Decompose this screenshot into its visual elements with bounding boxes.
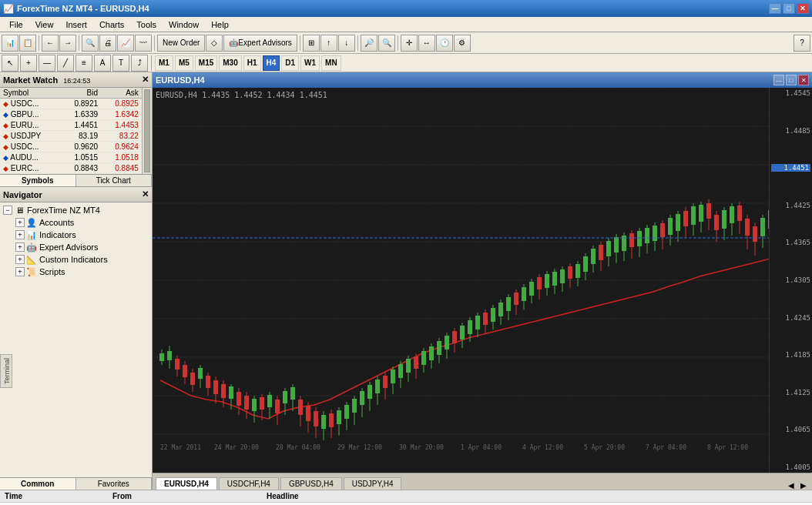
text-button[interactable]: A (94, 55, 111, 72)
mw-row[interactable]: ◆ EURU... 1.4451 1.4453 (0, 120, 142, 131)
nav-close-icon[interactable]: ✕ (142, 189, 149, 199)
crosshair2-button[interactable]: + (20, 55, 37, 72)
chart-tab-usdjpy[interactable]: USDJPY,H4 (344, 477, 402, 490)
new-order-button[interactable]: New Order (157, 35, 205, 52)
template-button[interactable]: 📋 (19, 35, 36, 52)
forward-button[interactable]: → (59, 35, 76, 52)
mw-row[interactable]: ◆ EURC... 0.8843 0.8845 (0, 163, 142, 174)
tf-w1[interactable]: W1 (300, 55, 320, 71)
zoom-out-button[interactable]: 🔍 (378, 35, 395, 52)
clock-button[interactable]: 🕐 (436, 35, 453, 52)
menu-insert[interactable]: Insert (59, 18, 93, 31)
nav-expand-custom[interactable]: + (15, 255, 25, 264)
terminal-tab[interactable]: Terminal (0, 354, 12, 388)
chart-tab-next[interactable]: ▶ (798, 481, 809, 490)
price-7: 1.4185 (771, 351, 810, 359)
tf-m1[interactable]: M1 (155, 55, 173, 71)
arrow-button[interactable]: ⤴ (131, 55, 148, 72)
options-button[interactable]: ⚙ (454, 35, 471, 52)
label-button[interactable]: T (112, 55, 129, 72)
mw-row[interactable]: ◆ GBPU... 1.6339 1.6342 (0, 109, 142, 120)
chart-tab-prev[interactable]: ◀ (786, 481, 797, 490)
autoscroll-button[interactable]: ↔ (418, 35, 435, 52)
trend-line-button[interactable]: ╱ (57, 55, 74, 72)
nav-item-indicators[interactable]: + 📊 Indicators (14, 229, 150, 241)
mw-tab-tick[interactable]: Tick Chart (76, 175, 153, 186)
history-button[interactable]: ⊞ (303, 35, 320, 52)
expert-advisors-button[interactable]: 🤖 Expert Advisors (223, 35, 297, 52)
nav-expand-expert[interactable]: + (15, 242, 25, 252)
menu-window[interactable]: Window (163, 18, 205, 31)
svg-rect-31 (237, 392, 241, 406)
nav-item-accounts[interactable]: + 👤 Accounts (14, 216, 150, 229)
nav-expand-accounts[interactable]: + (15, 218, 25, 227)
menu-tools[interactable]: Tools (130, 18, 163, 31)
nav-item-custom[interactable]: + 📐 Custom Indicators (14, 253, 150, 266)
line-button[interactable]: — (39, 55, 55, 72)
menu-charts[interactable]: Charts (93, 18, 130, 31)
maximize-button[interactable]: □ (783, 3, 795, 14)
zoom-in-chart-button[interactable]: 🔍 (82, 35, 99, 52)
nav-item-expert[interactable]: + 🤖 Expert Advisors (14, 241, 150, 253)
svg-rect-103 (514, 293, 518, 305)
close-button[interactable]: ✕ (797, 3, 809, 14)
svg-rect-105 (522, 287, 526, 301)
nav-tab-favorites[interactable]: Favorites (76, 478, 153, 490)
mw-row[interactable]: ◆ USDC... 0.9620 0.9624 (0, 142, 142, 152)
chart-maximize-button[interactable]: □ (786, 75, 797, 85)
market-watch-header: Market Watch 16:24:53 ✕ (0, 72, 152, 88)
svg-rect-161 (737, 206, 742, 221)
nav-expand-scripts[interactable]: + (15, 267, 25, 276)
menu-help[interactable]: Help (205, 18, 235, 31)
nav-expand-root[interactable]: − (3, 206, 12, 215)
down-button[interactable]: ↓ (338, 35, 355, 52)
chart-prop-button[interactable]: 📈 (117, 35, 134, 52)
menu-file[interactable]: File (3, 18, 29, 31)
help-button[interactable]: ? (794, 35, 810, 52)
mw-row[interactable]: ◆ USDC... 0.8921 0.8925 (0, 99, 142, 109)
mw-symbol: ◆ EURU... (0, 120, 60, 131)
acc-history-button[interactable]: ↑ (320, 35, 337, 52)
mw-row[interactable]: ◆ AUDU... 1.0515 1.0518 (0, 152, 142, 163)
tf-h1[interactable]: H1 (243, 55, 261, 71)
pending-button[interactable]: ◇ (206, 35, 223, 52)
mw-scrollbar[interactable] (142, 88, 152, 174)
svg-rect-87 (452, 331, 457, 343)
tf-mn[interactable]: MN (321, 55, 341, 71)
back-button[interactable]: ← (42, 35, 59, 52)
chart-tab-eurusdh4[interactable]: EURUSD,H4 (156, 477, 217, 490)
chart-minimize-button[interactable]: — (773, 75, 784, 85)
chart-canvas[interactable]: EURUSD,H4 1.4435 1.4452 1.4434 1.4451 (153, 88, 812, 473)
svg-rect-79 (421, 351, 426, 365)
mw-close-icon[interactable]: ✕ (142, 75, 149, 85)
tf-h4[interactable]: H4 (263, 55, 280, 71)
chart-tab-usdchf[interactable]: USDCHF,H4 (219, 477, 279, 490)
new-chart-button[interactable]: 📊 (2, 35, 18, 52)
nav-item-root[interactable]: − 🖥 ForexTime NZ MT4 (2, 204, 150, 216)
nav-expand-indicators[interactable]: + (15, 230, 25, 239)
tf-m30[interactable]: M30 (219, 55, 241, 71)
tf-d1[interactable]: D1 (281, 55, 299, 71)
mw-scrollbar-thumb[interactable] (144, 89, 150, 172)
print-button[interactable]: 🖨 (99, 35, 116, 52)
cursor-button[interactable]: ↖ (2, 55, 18, 72)
indicators-button[interactable]: 〰 (135, 35, 152, 52)
tf-m15[interactable]: M15 (195, 55, 217, 71)
menu-view[interactable]: View (29, 18, 60, 31)
minimize-button[interactable]: — (769, 3, 781, 14)
hline-button[interactable]: ≡ (75, 55, 92, 72)
nav-item-scripts[interactable]: + 📜 Scripts (14, 266, 150, 278)
crosshair-button[interactable]: ✛ (401, 35, 418, 52)
mw-row[interactable]: ◆ USDJPY 83.19 83.22 (0, 131, 142, 142)
tf-m5[interactable]: M5 (175, 55, 193, 71)
svg-rect-81 (429, 346, 434, 360)
news-row[interactable]: ✉ 2013.01.01 12:00 ForexTime NZ Limited … (0, 503, 812, 506)
zoom-in-button[interactable]: 🔎 (361, 35, 377, 52)
window-controls[interactable]: — □ ✕ (769, 3, 809, 14)
chart-tab-gbpusd[interactable]: GBPUSD,H4 (280, 477, 342, 490)
mw-tab-symbols[interactable]: Symbols (0, 175, 76, 186)
chart-window-controls[interactable]: — □ ✕ (773, 75, 809, 85)
svg-rect-147 (683, 211, 688, 226)
chart-close-button[interactable]: ✕ (798, 75, 809, 85)
nav-tab-common[interactable]: Common (0, 478, 76, 490)
